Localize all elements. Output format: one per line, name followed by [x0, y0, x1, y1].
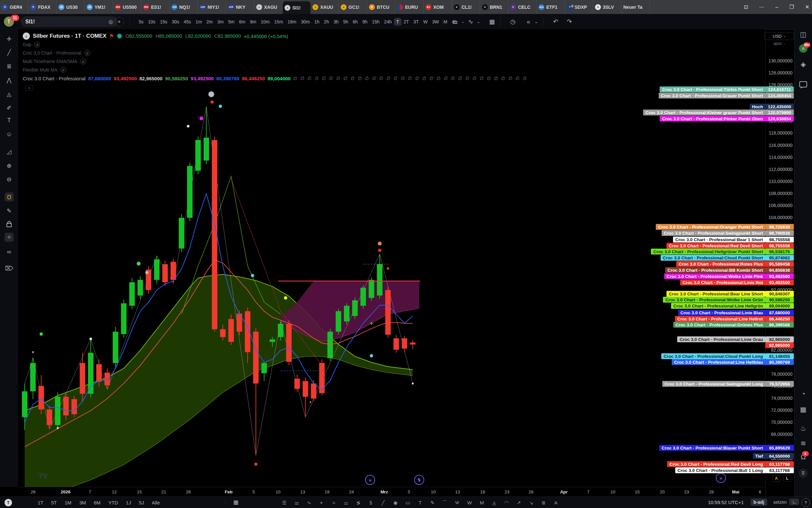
indicator-row[interactable]: Flexible Multi MAø [23, 66, 528, 74]
panel-icon[interactable]: ◫ [800, 31, 807, 38]
range-1j[interactable]: 1J [122, 499, 135, 507]
add-symbol-button[interactable]: + [114, 17, 124, 27]
browser-tab[interactable]: ▲SI1! [283, 1, 311, 14]
interval-1h[interactable]: 1h [312, 18, 322, 26]
favorite-tool-icon[interactable]: T [417, 500, 424, 505]
layers-icon[interactable]: ◈ [801, 60, 806, 68]
streams-icon[interactable]: ≋ [800, 439, 806, 447]
browser-tab[interactable]: ✦SDXP [565, 0, 593, 14]
link-tool-icon[interactable]: ∞ [5, 247, 14, 256]
interval-2m[interactable]: 2m [204, 18, 215, 26]
favorite-tool-icon[interactable]: ↘ [528, 500, 535, 506]
indicators-icon[interactable]: ∿ [465, 16, 476, 27]
legend-collapse-button[interactable]: ∧ [25, 85, 33, 91]
favorite-tool-icon[interactable]: M [478, 500, 485, 505]
ruler-tool-icon[interactable]: ◿ [5, 147, 14, 156]
indicator-row[interactable]: Croc 3.0 Chart - Professionalø [23, 49, 528, 57]
close-icon[interactable]: ✕ [805, 4, 809, 10]
currency-dropdown[interactable]: USD⌄ [765, 32, 794, 40]
legend-title-row[interactable]: ▲ Silber Futures · 1T · COMEX ⚑ O82,5550… [23, 32, 528, 40]
favorite-tool-icon[interactable]: ◬ [491, 500, 497, 506]
browser-tab[interactable]: Neuer Ta [621, 0, 650, 14]
range-1t[interactable]: 1T [34, 499, 47, 507]
text-tool-icon[interactable]: T [5, 116, 14, 125]
clock[interactable]: 10:59:52 UTC+1 [708, 500, 744, 505]
browser-tab[interactable]: 225NIY1! [198, 0, 226, 14]
projection-tool-icon[interactable]: ◬ [5, 90, 14, 99]
crosshair-tool-icon[interactable]: ✛ [5, 35, 14, 44]
browser-tab[interactable]: 30YM1! [85, 0, 113, 14]
browser-tab[interactable]: ◎3SLV [593, 0, 621, 14]
interval-t[interactable]: T [394, 18, 401, 26]
candles-type-icon[interactable]: ⚍ [449, 16, 461, 27]
favorite-tool-icon[interactable]: ⌖ [318, 500, 325, 506]
favorite-tool-icon[interactable]: Ψ [454, 500, 461, 505]
range-ytd[interactable]: YTD [105, 499, 122, 507]
favorite-tool-icon[interactable]: A [553, 500, 559, 505]
hidden-eye-icon[interactable]: ø [80, 58, 86, 65]
hidden-eye-icon[interactable]: ø [60, 67, 66, 73]
browser-tab[interactable]: ▲XAUU [311, 0, 339, 14]
restore-icon[interactable]: ❐ [789, 4, 794, 10]
browser-tab[interactable]: 225NKY [226, 0, 254, 14]
setzen-button[interactable]: setzen [773, 500, 787, 505]
tv-logo-button[interactable]: T [5, 499, 12, 506]
lock-tool-icon[interactable] [5, 220, 14, 229]
alert-clock-icon[interactable]: ◷ [507, 16, 518, 27]
trash-tool-icon[interactable]: ⌦ [5, 264, 14, 273]
indicator-values-row[interactable]: Croc 3.0 Chart - Professional87,68000093… [23, 74, 528, 83]
favorite-tool-icon[interactable]: ▭ [404, 500, 411, 506]
range-6m[interactable]: 6M [90, 499, 105, 507]
more-icon[interactable]: ⋯ [759, 4, 764, 10]
calendar-icon[interactable]: ▦ [800, 406, 807, 413]
scroll-button[interactable]: ↯ [414, 475, 424, 485]
interval-2t[interactable]: 2T [401, 18, 411, 26]
browser-tab[interactable]: EURU [395, 0, 424, 14]
replay-caret-icon[interactable]: ⌄ [533, 16, 539, 27]
interval-3w[interactable]: 3W [430, 18, 441, 26]
interval-15m[interactable]: 15m [272, 18, 285, 26]
favorite-tool-icon[interactable]: ⚍ [343, 500, 349, 506]
trendline-tool-icon[interactable]: ╱ [5, 48, 14, 57]
browser-tab[interactable]: ✕GER4 [0, 0, 28, 14]
scroll-button[interactable]: » [365, 475, 375, 485]
browser-tab[interactable]: ▲GC1! [339, 0, 367, 14]
browser-tab[interactable]: CCELC [508, 0, 536, 14]
help-button[interactable]: ? [801, 498, 810, 507]
apps-grid-icon[interactable]: ⠿ [799, 469, 808, 478]
scale-button-a[interactable]: A [772, 475, 780, 482]
cast-icon[interactable]: ⊡ [744, 4, 748, 10]
scale-mode-button[interactable]: ∟ [789, 499, 799, 505]
compare-icon[interactable]: ◎ [108, 18, 113, 25]
time-axis[interactable]: 262026712152126Feb510131924Mrz5101318232… [18, 487, 765, 497]
favorite-tool-icon[interactable]: W [466, 500, 473, 505]
interval-5h[interactable]: 5h [341, 18, 351, 26]
browser-tab[interactable]: 30US30 [56, 0, 85, 14]
favorite-tool-icon[interactable]: ≣ [540, 500, 547, 506]
interval-9h[interactable]: 9h [360, 18, 370, 26]
emoji-tool-icon[interactable]: ☺ [5, 130, 14, 139]
indicator-row[interactable]: Multi Timeframe EMA/SMAø [23, 57, 528, 66]
layout-grid-icon[interactable]: ▦ [486, 16, 497, 27]
favorite-tool-icon[interactable]: ✎ [429, 500, 436, 506]
favorite-tool-icon[interactable]: ≈ [330, 500, 337, 505]
zoom-in-tool-icon[interactable]: ⊕ [5, 161, 14, 170]
interval-15s[interactable]: 15s [157, 18, 170, 26]
interval-10m[interactable]: 10m [258, 18, 272, 26]
browser-tab[interactable]: AmETF1 [536, 0, 565, 14]
browser-tab[interactable]: 100NQ1! [170, 0, 198, 14]
fib-tool-icon[interactable]: ≣ [5, 62, 14, 71]
magic-tool-icon[interactable]: ✧ [5, 233, 14, 242]
minimize-icon[interactable]: – [775, 4, 778, 10]
interval-30s[interactable]: 30s [170, 18, 182, 26]
badj-toggle[interactable]: b-adj [751, 499, 767, 506]
browser-tab[interactable]: ✕FDAX [28, 0, 56, 14]
magnet-tool-icon[interactable]: Ω [5, 193, 14, 202]
favorite-tool-icon[interactable]: ↗ [516, 500, 522, 506]
indicator-row[interactable]: Gapø [23, 40, 528, 49]
browser-tab[interactable]: ExXOM [424, 0, 452, 14]
favorite-tool-icon[interactable]: ◉ [392, 500, 399, 506]
browser-tab[interactable]: ▲XAGU [254, 0, 283, 14]
range-5t[interactable]: 5T [47, 499, 61, 507]
unit-dropdown[interactable]: apoz⌄ [765, 41, 794, 46]
